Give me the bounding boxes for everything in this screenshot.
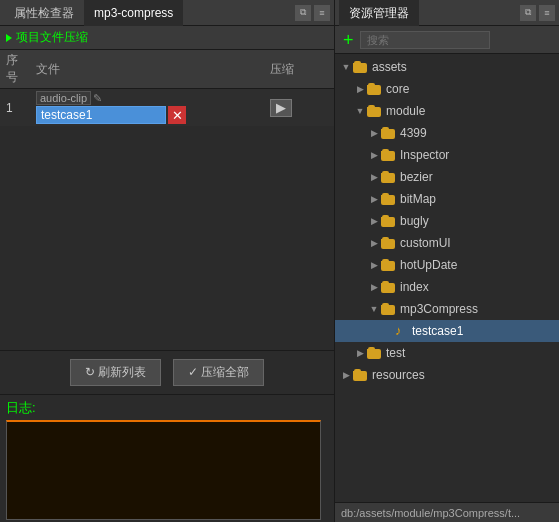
file-table: 序号 文件 压缩 1 audio-clip ✎ bbox=[0, 50, 334, 126]
folder-icon-hotupdate bbox=[381, 259, 397, 271]
tree-arrow-assets bbox=[339, 60, 353, 74]
log-label: 日志: bbox=[6, 399, 328, 417]
section-title: 项目文件压缩 bbox=[16, 29, 88, 46]
col-compress-header: 压缩 bbox=[264, 50, 334, 89]
compress-button[interactable]: ✓ 压缩全部 bbox=[173, 359, 264, 386]
tab-mp3compress[interactable]: mp3-compress bbox=[84, 0, 183, 26]
left-panel-tabs: 属性检查器 mp3-compress ⧉ ≡ bbox=[0, 0, 334, 26]
add-button[interactable]: + bbox=[341, 31, 356, 49]
right-panel-icon-group: ⧉ ≡ bbox=[520, 5, 555, 21]
right-panel-menu-icon[interactable]: ≡ bbox=[539, 5, 555, 21]
tree-arrow-test bbox=[353, 346, 367, 360]
panel-minimize-icon[interactable]: ⧉ bbox=[295, 5, 311, 21]
log-area bbox=[6, 420, 321, 520]
tree-arrow-customui bbox=[367, 236, 381, 250]
tree-item-bugly[interactable]: bugly bbox=[335, 210, 559, 232]
right-panel-minimize-icon[interactable]: ⧉ bbox=[520, 5, 536, 21]
tree-item-bezier[interactable]: bezier bbox=[335, 166, 559, 188]
row-compress: ▶ bbox=[264, 89, 334, 127]
tree-label-inspector: Inspector bbox=[400, 148, 449, 162]
folder-icon-inspector bbox=[381, 149, 397, 161]
edit-icon: ✎ bbox=[93, 92, 102, 105]
left-panel: 属性检查器 mp3-compress ⧉ ≡ 项目文件压缩 序号 文件 压缩 1 bbox=[0, 0, 335, 522]
play-button[interactable]: ▶ bbox=[270, 99, 292, 117]
tree-label-assets: assets bbox=[372, 60, 407, 74]
folder-icon-bitmap bbox=[381, 193, 397, 205]
left-panel-icon-group: ⧉ ≡ bbox=[295, 5, 330, 21]
tree-label-module: module bbox=[386, 104, 425, 118]
tree-arrow-inspector bbox=[367, 148, 381, 162]
tree-area: assets core module 4399 Inspector bbox=[335, 54, 559, 502]
tree-arrow-hotupdate bbox=[367, 258, 381, 272]
status-text: db:/assets/module/mp3Compress/t... bbox=[341, 507, 520, 519]
tree-arrow-4399 bbox=[367, 126, 381, 140]
tree-label-bezier: bezier bbox=[400, 170, 433, 184]
file-table-area: 序号 文件 压缩 1 audio-clip ✎ bbox=[0, 50, 334, 350]
tree-item-module[interactable]: module bbox=[335, 100, 559, 122]
search-input[interactable] bbox=[360, 31, 490, 49]
folder-icon-customui bbox=[381, 237, 397, 249]
tree-item-hotupdate[interactable]: hotUpDate bbox=[335, 254, 559, 276]
tree-label-testcase1: testcase1 bbox=[412, 324, 463, 338]
tab-resource-manager[interactable]: 资源管理器 bbox=[339, 0, 419, 26]
section-header: 项目文件压缩 bbox=[0, 26, 334, 50]
folder-icon-resources bbox=[353, 369, 369, 381]
col-num-header: 序号 bbox=[0, 50, 30, 89]
row-file: audio-clip ✎ ✕ bbox=[30, 89, 264, 127]
tree-arrow-bugly bbox=[367, 214, 381, 228]
tree-label-resources: resources bbox=[372, 368, 425, 382]
folder-icon-mp3compress bbox=[381, 303, 397, 315]
tree-arrow-bitmap bbox=[367, 192, 381, 206]
file-name-input[interactable] bbox=[36, 106, 166, 124]
tree-label-bitmap: bitMap bbox=[400, 192, 436, 206]
tree-arrow-module bbox=[353, 104, 367, 118]
tab-inspector[interactable]: 属性检查器 bbox=[4, 0, 84, 26]
tree-arrow-mp3compress bbox=[367, 302, 381, 316]
tree-item-index[interactable]: index bbox=[335, 276, 559, 298]
right-panel: 资源管理器 ⧉ ≡ + assets core module bbox=[335, 0, 559, 522]
tree-item-inspector[interactable]: Inspector bbox=[335, 144, 559, 166]
tree-label-core: core bbox=[386, 82, 409, 96]
file-label-tag: audio-clip bbox=[36, 91, 91, 105]
tree-label-customui: customUI bbox=[400, 236, 451, 250]
tree-item-assets[interactable]: assets bbox=[335, 56, 559, 78]
audio-icon-testcase1: ♪ bbox=[395, 324, 409, 338]
tree-item-mp3compress[interactable]: mp3Compress bbox=[335, 298, 559, 320]
right-toolbar: + bbox=[335, 26, 559, 54]
button-row: ↻ 刷新列表 ✓ 压缩全部 bbox=[0, 350, 334, 394]
folder-icon-bugly bbox=[381, 215, 397, 227]
panel-menu-icon[interactable]: ≡ bbox=[314, 5, 330, 21]
tree-label-test: test bbox=[386, 346, 405, 360]
tree-item-test[interactable]: test bbox=[335, 342, 559, 364]
folder-icon-module bbox=[367, 105, 383, 117]
folder-icon-index bbox=[381, 281, 397, 293]
col-file-header: 文件 bbox=[30, 50, 264, 89]
tree-item-testcase1[interactable]: ♪ testcase1 bbox=[335, 320, 559, 342]
delete-button[interactable]: ✕ bbox=[168, 106, 186, 124]
tree-item-resources[interactable]: resources bbox=[335, 364, 559, 386]
folder-icon-4399 bbox=[381, 127, 397, 139]
table-row: 1 audio-clip ✎ ✕ bbox=[0, 89, 334, 127]
tree-label-bugly: bugly bbox=[400, 214, 429, 228]
log-section: 日志: bbox=[0, 394, 334, 522]
tree-label-4399: 4399 bbox=[400, 126, 427, 140]
tree-label-hotupdate: hotUpDate bbox=[400, 258, 457, 272]
row-num: 1 bbox=[0, 89, 30, 127]
right-panel-tabs: 资源管理器 ⧉ ≡ bbox=[335, 0, 559, 26]
tree-item-4399[interactable]: 4399 bbox=[335, 122, 559, 144]
tree-arrow-bezier bbox=[367, 170, 381, 184]
tree-label-index: index bbox=[400, 280, 429, 294]
tree-item-core[interactable]: core bbox=[335, 78, 559, 100]
status-bar: db:/assets/module/mp3Compress/t... bbox=[335, 502, 559, 522]
section-triangle-icon bbox=[6, 34, 12, 42]
tree-label-mp3compress: mp3Compress bbox=[400, 302, 478, 316]
tree-item-bitmap[interactable]: bitMap bbox=[335, 188, 559, 210]
tree-item-customui[interactable]: customUI bbox=[335, 232, 559, 254]
folder-icon-core bbox=[367, 83, 383, 95]
folder-icon-bezier bbox=[381, 171, 397, 183]
refresh-button[interactable]: ↻ 刷新列表 bbox=[70, 359, 161, 386]
folder-icon-assets bbox=[353, 61, 369, 73]
folder-icon-test bbox=[367, 347, 383, 359]
tree-arrow-resources bbox=[339, 368, 353, 382]
file-input-row: ✕ bbox=[36, 106, 258, 124]
